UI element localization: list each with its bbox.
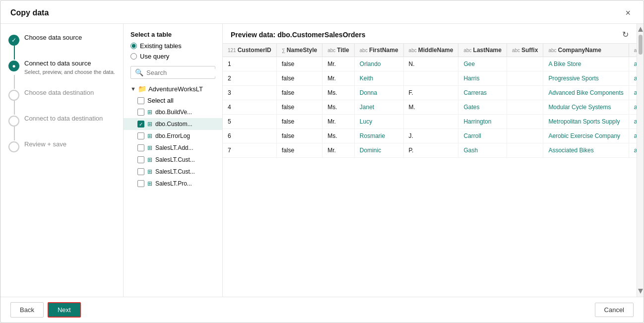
search-icon: 🔍: [135, 68, 143, 76]
cell-suffix-1: [507, 71, 543, 86]
scroll-up-icon[interactable]: [638, 26, 643, 33]
radio-existing-input[interactable]: [130, 43, 137, 49]
col-type-customerid: 121: [228, 48, 236, 53]
table-name-0: dbo.BuildVe...: [155, 109, 192, 116]
cell-lastname-6: Gash: [458, 143, 507, 158]
svg-marker-1: [638, 289, 643, 294]
svg-marker-0: [638, 27, 643, 32]
cell-companyname-5: Aerobic Exercise Company: [543, 129, 629, 143]
col-type-salesperson: abc: [634, 48, 637, 53]
table-name-2: dbo.ErrorLog: [155, 132, 190, 139]
refresh-button[interactable]: ↻: [622, 30, 629, 39]
select-all-item[interactable]: Select all: [124, 95, 222, 106]
table-grid-icon-0: ⊞: [147, 109, 152, 116]
table-row-1: 2falseMr.KeithHarrisProgressive Sportsad…: [223, 71, 637, 86]
cell-customerid-0: 1: [223, 57, 276, 71]
radio-query-input[interactable]: [130, 53, 137, 60]
table-checkbox-5[interactable]: [137, 168, 144, 175]
step-content-1: Choose data source: [24, 34, 115, 42]
step-content-4: Connect to data destination: [24, 115, 115, 123]
radio-existing-label: Existing tables: [140, 42, 182, 50]
radio-existing-tables[interactable]: Existing tables: [130, 42, 215, 50]
dialog-body: ✓ Choose data source ● Connect to data s…: [0, 24, 644, 297]
radio-query-label: Use query: [140, 53, 169, 60]
col-type-namestyle: ∑: [282, 48, 285, 53]
col-type-lastname: abc: [463, 48, 471, 53]
step-label-4: Connect to data destination: [24, 115, 115, 123]
cell-middlename-1: [403, 71, 458, 86]
table-checkbox-0[interactable]: [137, 109, 144, 116]
col-header-firstname: abcFirstName: [354, 44, 403, 57]
table-grid-icon-6: ⊞: [147, 180, 152, 187]
step-content-2: Connect to data source Select, preview, …: [24, 60, 115, 75]
cell-middlename-5: J.: [403, 129, 458, 143]
table-grid-icon-1: ⊞: [147, 121, 152, 128]
select-all-checkbox[interactable]: [137, 97, 144, 104]
database-node[interactable]: ▼ 📁 AdventureWorksLT: [124, 83, 222, 95]
copy-data-dialog: Copy data × ✓ Choose data source ● Conne…: [0, 0, 644, 323]
table-item-1[interactable]: ✓ ⊞ dbo.Custom...: [124, 118, 222, 130]
cell-suffix-0: [507, 57, 543, 71]
step-choose-dest: Choose data destination: [8, 89, 115, 101]
cell-customerid-5: 6: [223, 129, 276, 143]
close-button[interactable]: ×: [622, 7, 634, 18]
table-name-4: SalesLT.Cust...: [155, 156, 195, 163]
cell-salesperson-5: adventure-works\linda3: [629, 129, 637, 143]
step-content-5: Review + save: [24, 140, 115, 149]
cell-lastname-0: Gee: [458, 57, 507, 71]
connector-2: [14, 75, 15, 89]
cell-companyname-0: A Bike Store: [543, 57, 629, 71]
next-button[interactable]: Next: [48, 302, 81, 318]
table-grid-icon-3: ⊞: [147, 144, 152, 151]
table-checkbox-3[interactable]: [137, 144, 144, 151]
scrollbar-thumb: [639, 35, 643, 55]
cancel-button[interactable]: Cancel: [595, 303, 634, 317]
table-item-0[interactable]: ⊞ dbo.BuildVe...: [124, 106, 222, 118]
step-icon-1: ✓: [8, 35, 19, 46]
table-item-4[interactable]: ⊞ SalesLT.Cust...: [124, 154, 222, 166]
table-row-2: 3falseMs.DonnaF.CarrerasAdvanced Bike Co…: [223, 86, 637, 100]
table-checkbox-4[interactable]: [137, 156, 144, 163]
cell-suffix-5: [507, 129, 543, 143]
connector-4: [14, 127, 15, 140]
preview-panel: Preview data: dbo.CustomerSalesOrders ↻ …: [223, 24, 637, 297]
col-header-salesperson: abcSalesPerson: [629, 44, 637, 57]
table-checkbox-1[interactable]: ✓: [137, 121, 144, 128]
table-item-5[interactable]: ⊞ SalesLT.Cust...: [124, 166, 222, 178]
footer-left-buttons: Back Next: [10, 302, 81, 318]
table-header-row: 121CustomerID ∑NameStyle abcTitle abcFir…: [223, 44, 637, 57]
cell-lastname-3: Gates: [458, 100, 507, 115]
table-item-3[interactable]: ⊞ SalesLT.Add...: [124, 142, 222, 154]
table-checkbox-6[interactable]: [137, 180, 144, 187]
table-item-6[interactable]: ⊞ SalesLT.Pro...: [124, 178, 222, 190]
cell-title-0: Mr.: [322, 57, 355, 71]
step-label-5: Review + save: [24, 140, 115, 149]
cell-companyname-2: Advanced Bike Components: [543, 86, 629, 100]
data-table-wrapper[interactable]: 121CustomerID ∑NameStyle abcTitle abcFir…: [223, 43, 637, 297]
cell-firstname-5: Rosmarie: [354, 129, 403, 143]
cell-middlename-2: F.: [403, 86, 458, 100]
table-checkbox-2[interactable]: [137, 132, 144, 139]
col-header-middlename: abcMiddleName: [403, 44, 458, 57]
cell-middlename-0: N.: [403, 57, 458, 71]
step-label-1: Choose data source: [24, 34, 115, 42]
preview-header: Preview data: dbo.CustomerSalesOrders ↻: [223, 24, 637, 43]
cell-companyname-6: Associated Bikes: [543, 143, 629, 158]
search-input[interactable]: [146, 69, 223, 76]
search-box[interactable]: 🔍: [130, 66, 215, 79]
dialog-scrollbar[interactable]: [637, 24, 644, 297]
scroll-down-icon[interactable]: [638, 288, 643, 295]
cell-middlename-4: [403, 115, 458, 129]
back-button[interactable]: Back: [10, 302, 44, 318]
cell-namestyle-5: false: [276, 129, 322, 143]
preview-title: Preview data: dbo.CustomerSalesOrders: [231, 31, 366, 39]
table-item-2[interactable]: ⊞ dbo.ErrorLog: [124, 130, 222, 142]
cell-namestyle-1: false: [276, 71, 322, 86]
col-header-suffix: abcSuffix: [507, 44, 543, 57]
radio-use-query[interactable]: Use query: [130, 53, 215, 60]
table-name-6: SalesLT.Pro...: [155, 180, 192, 187]
cell-namestyle-4: false: [276, 115, 322, 129]
cell-middlename-3: M.: [403, 100, 458, 115]
select-all-label: Select all: [147, 97, 174, 104]
col-header-title: abcTitle: [322, 44, 355, 57]
